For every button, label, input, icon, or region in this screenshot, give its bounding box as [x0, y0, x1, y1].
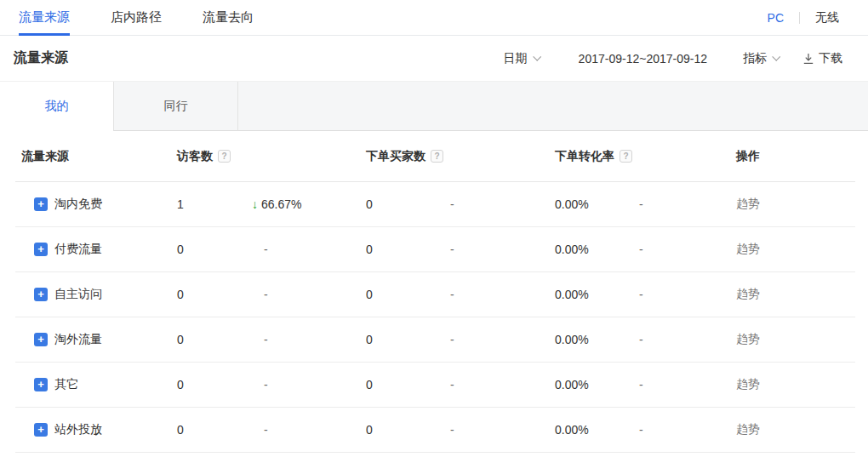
buyers-value: 0 — [366, 288, 450, 301]
top-nav: 流量来源 店内路径 流量去向 PC 无线 — [0, 0, 868, 36]
column-header-label: 下单买家数 — [366, 149, 425, 164]
buyers-value: 0 — [366, 378, 450, 391]
panel-header: 流量来源 日期 2017-09-12~2017-09-12 指标 下载 — [0, 36, 868, 82]
date-range-picker[interactable]: 2017-09-12~2017-09-12 — [579, 52, 707, 66]
column-header-action: 操作 — [736, 149, 868, 164]
visitors-value: 0 — [177, 333, 252, 346]
table-row: + 其它 0 - 0 - 0.00% - 趋势 — [0, 363, 868, 407]
expand-plus-icon[interactable]: + — [34, 288, 48, 301]
trend-link[interactable]: 趋势 — [736, 287, 760, 300]
page-title: 流量来源 — [14, 49, 68, 67]
pc-toggle[interactable]: PC — [768, 11, 784, 25]
conversion-change: - — [639, 243, 736, 256]
table-header-row: 流量来源 访客数 ? 下单买家数 ? 下单转化率 ? 操作 — [0, 131, 868, 181]
expand-plus-icon[interactable]: + — [34, 423, 48, 437]
conversion-change: - — [639, 423, 736, 437]
topnav-item-instore-path[interactable]: 店内路径 — [111, 0, 162, 36]
topnav-label: 店内路径 — [111, 9, 162, 26]
chevron-down-icon — [533, 52, 541, 60]
panel-controls: 日期 2017-09-12~2017-09-12 指标 下载 — [504, 51, 868, 66]
source-label: 淘内免费 — [54, 197, 102, 212]
visitors-value: 0 — [177, 288, 252, 301]
conversion-value: 0.00% — [555, 378, 639, 391]
source-label: 付费流量 — [54, 242, 102, 257]
trend-link[interactable]: 趋势 — [736, 332, 760, 346]
tab-strip-filler — [238, 82, 868, 131]
column-header-source: 流量来源 — [0, 149, 177, 164]
conversion-value: 0.00% — [555, 243, 639, 256]
expand-plus-icon[interactable]: + — [34, 378, 48, 391]
visitors-change: - — [252, 378, 366, 391]
device-switcher: PC 无线 — [768, 10, 839, 26]
conversion-value: 0.00% — [555, 288, 639, 301]
tab-mine[interactable]: 我的 — [0, 82, 113, 131]
conversion-change: - — [639, 288, 736, 301]
chevron-down-icon — [772, 52, 780, 60]
visitors-change: - — [252, 243, 366, 256]
conversion-change: - — [639, 378, 736, 391]
download-label: 下载 — [819, 51, 842, 66]
help-icon[interactable]: ? — [218, 150, 231, 163]
source-label: 自主访问 — [54, 287, 102, 302]
source-label: 淘外流量 — [54, 332, 102, 347]
buyers-change: - — [450, 378, 555, 391]
download-icon — [802, 53, 814, 65]
download-button[interactable]: 下载 — [802, 51, 842, 66]
column-header-label: 下单转化率 — [555, 149, 614, 164]
conversion-value: 0.00% — [555, 423, 639, 437]
trend-link[interactable]: 趋势 — [736, 197, 760, 210]
column-header-conversion: 下单转化率 ? — [555, 149, 639, 164]
trend-link[interactable]: 趋势 — [736, 377, 760, 391]
column-header-label: 访客数 — [177, 149, 213, 164]
visitors-change: - — [252, 333, 366, 346]
visitors-change: ↓ 66.67% — [252, 197, 366, 211]
source-label: 站外投放 — [54, 422, 102, 437]
table-row: + 淘外流量 0 - 0 - 0.00% - 趋势 — [0, 317, 868, 362]
table-row: + 自主访问 0 - 0 - 0.00% - 趋势 — [0, 272, 868, 317]
date-dropdown[interactable]: 日期 — [504, 51, 540, 66]
visitors-value: 0 — [177, 243, 252, 256]
divider — [799, 12, 800, 24]
visitors-value: 0 — [177, 378, 252, 391]
tab-peer-label: 同行 — [164, 99, 188, 114]
table-row: + 站外投放 0 - 0 - 0.00% - 趋势 — [0, 408, 868, 452]
wireless-toggle[interactable]: 无线 — [815, 10, 839, 26]
buyers-change: - — [450, 288, 555, 301]
buyers-change: - — [450, 197, 555, 211]
trend-link[interactable]: 趋势 — [736, 422, 760, 436]
tab-strip: 我的 同行 — [0, 82, 868, 131]
buyers-change: - — [450, 333, 555, 346]
buyers-value: 0 — [366, 197, 450, 211]
source-label: 其它 — [54, 377, 78, 392]
expand-plus-icon[interactable]: + — [34, 333, 48, 346]
buyers-value: 0 — [366, 243, 450, 256]
topnav-label: 流量来源 — [19, 9, 70, 26]
table-row: + 淘内免费 1 ↓ 66.67% 0 - 0.00% - 趋势 — [0, 182, 868, 226]
table-row: + 付费流量 0 - 0 - 0.00% - 趋势 — [0, 227, 868, 271]
help-icon[interactable]: ? — [620, 150, 632, 163]
visitors-value: 1 — [177, 197, 252, 211]
date-dropdown-label: 日期 — [504, 51, 528, 66]
expand-plus-icon[interactable]: + — [34, 197, 48, 211]
buyers-value: 0 — [366, 333, 450, 346]
visitors-change: - — [252, 288, 366, 301]
topnav-item-traffic-destination[interactable]: 流量去向 — [203, 0, 254, 36]
help-icon[interactable]: ? — [431, 150, 443, 163]
buyers-change: - — [450, 243, 555, 256]
change-value: 66.67% — [261, 197, 301, 211]
topnav-label: 流量去向 — [203, 9, 254, 26]
column-header-visitors: 访客数 ? — [177, 149, 252, 164]
buyers-value: 0 — [366, 423, 450, 437]
metric-dropdown-label: 指标 — [743, 51, 767, 66]
trend-link[interactable]: 趋势 — [736, 242, 760, 255]
visitors-value: 0 — [177, 423, 252, 437]
metric-dropdown[interactable]: 指标 — [743, 51, 779, 66]
conversion-change: - — [639, 197, 736, 211]
topnav-item-traffic-source[interactable]: 流量来源 — [19, 0, 70, 36]
buyers-change: - — [450, 423, 555, 437]
column-header-buyers: 下单买家数 ? — [366, 149, 450, 164]
divider — [15, 452, 855, 453]
conversion-value: 0.00% — [555, 333, 639, 346]
tab-peer[interactable]: 同行 — [113, 82, 238, 131]
expand-plus-icon[interactable]: + — [34, 243, 48, 256]
